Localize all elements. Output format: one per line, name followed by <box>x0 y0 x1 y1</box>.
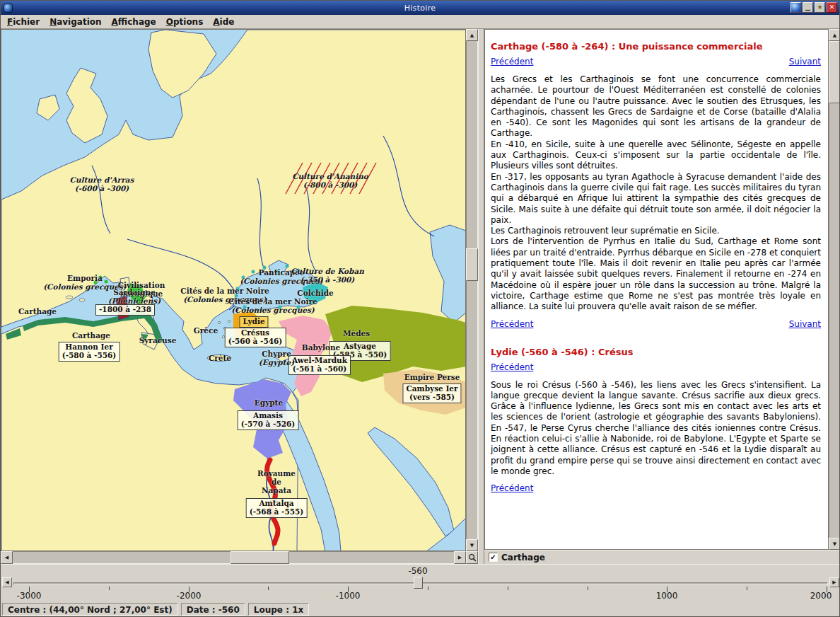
zoom-button[interactable] <box>466 551 478 564</box>
map-hscroll-thumb[interactable] <box>231 551 289 564</box>
arrow-down-icon: ▼ <box>833 541 836 547</box>
timeline-right-button[interactable]: ▶ <box>829 577 839 587</box>
star-icon: ★ <box>817 4 822 11</box>
timeline-tick-label: -1000 <box>336 591 361 601</box>
map-box-amasis: Amasis(-570 à -526) <box>238 410 299 430</box>
arrow-down-icon: ▼ <box>470 543 474 548</box>
map-label-culture-ananino: Culture d'Ananino(-800 à -300) <box>292 173 368 190</box>
map-vscroll-down-button[interactable]: ▼ <box>466 539 478 551</box>
layer-toggle-row: ✔ Carthage <box>484 550 840 564</box>
timeline-left-button[interactable]: ◀ <box>2 577 12 587</box>
map-label-medes: Mèdes <box>343 330 370 338</box>
statusbar: Centre : (44,00° Nord ; 27,00° Est) Date… <box>1 601 840 617</box>
window-title: Histoire <box>404 4 436 13</box>
map-label-babylone: Babylone <box>302 344 340 352</box>
carthage-checkbox[interactable]: ✔ <box>489 553 498 562</box>
check-icon: ✔ <box>490 553 496 561</box>
map-canvas[interactable]: Culture d'Arras(-600 à -300) Culture d'A… <box>1 29 466 551</box>
nav-row: Précédent <box>491 483 821 494</box>
map-label-empire-perse: Empire Perse <box>404 374 460 382</box>
prev-link[interactable]: Précédent <box>491 362 533 373</box>
timeline-current-date: -560 <box>408 566 427 576</box>
next-link[interactable]: Suivant <box>789 319 821 330</box>
menu-aide[interactable]: Aide <box>209 16 240 28</box>
timeline-minor-tick <box>428 587 428 590</box>
arrow-right-icon: ▶ <box>458 555 462 560</box>
map-box-cresus: Crésus(-560 à -546) <box>225 328 286 347</box>
timeline-tick-label: 2000 <box>810 591 832 601</box>
map-box-hannon: Hannon Ier(-580 à -556) <box>59 342 120 362</box>
app-window: { "window": { "title": "Histoire", "menu… <box>0 0 840 617</box>
map-hscroll-left-button[interactable]: ◀ <box>1 551 13 564</box>
article-paragraph: Les Grecs et les Carthaginois se font un… <box>491 74 821 139</box>
nav-row: Précédent Suivant <box>491 319 821 330</box>
article-paragraph: En -317, les opposants au tyran Agathocl… <box>491 172 821 226</box>
menu-navigation[interactable]: Navigation <box>45 16 107 28</box>
article-vscroll-up-button[interactable]: ▲ <box>829 29 840 41</box>
article-vscroll-track[interactable] <box>829 29 840 550</box>
close-icon: ✕ <box>829 4 835 11</box>
map-vscroll-up-button[interactable]: ▲ <box>466 29 478 41</box>
map-label-syracuse: Syracuse <box>139 337 177 345</box>
timeline-tick-label: -3000 <box>17 591 42 601</box>
arrow-up-icon: ▲ <box>470 33 474 38</box>
prev-link[interactable]: Précédent <box>491 483 533 494</box>
map-label-egypte: Egypte <box>255 399 283 408</box>
map-label-sardaigne: Sardaigne(Phéniciens) <box>108 289 161 306</box>
section-title-lydie: Lydie (-560 à -546) : Crésus <box>491 347 821 357</box>
article-paragraph: En -410, en Sicile, suite à une querelle… <box>491 139 821 172</box>
map-box-awel-marduk: Awel-Marduk(-561 à -560) <box>288 355 351 375</box>
titlebar[interactable]: Histoire ▁ ★ ✕ <box>1 1 839 15</box>
minimize-button[interactable]: ▁ <box>803 2 813 13</box>
map-box-cambyse: Cambyse Ier(vers -585) <box>402 384 461 403</box>
arrow-right-icon: ▶ <box>832 579 836 585</box>
timeline-minor-tick <box>268 587 269 590</box>
prev-link[interactable]: Précédent <box>491 57 533 67</box>
status-loupe: Loupe : 1x <box>248 603 309 616</box>
nav-row: Précédent <box>491 362 821 373</box>
map-label-culture-koban: Culture de Koban(-350 à -300) <box>291 267 364 284</box>
menubar: Fichier Navigation Affichage Options Aid… <box>1 15 839 29</box>
article-paragraph: Lors de l'intervention de Pyrrhus en Ita… <box>491 236 821 312</box>
pin-button[interactable] <box>791 2 801 13</box>
timeline-tick-label: 1000 <box>656 591 678 601</box>
article-panel: Carthage (-580 à -264) : Une puissance c… <box>484 29 829 550</box>
magnifier-icon <box>468 553 477 562</box>
article-paragraph: Les Carthaginois retrouvent leur supréma… <box>491 226 821 236</box>
panel-splitter[interactable] <box>478 29 484 564</box>
map-vscroll-track[interactable] <box>466 29 478 551</box>
timeline-minor-tick <box>747 587 747 590</box>
timeline-thumb[interactable] <box>414 577 423 589</box>
article-vscroll-down-button[interactable]: ▼ <box>829 538 840 550</box>
map-box-sardaigne-dates: -1800 à -238 <box>95 304 155 316</box>
timeline-minor-tick <box>109 587 110 590</box>
map-label-carthage: Carthage <box>72 332 110 340</box>
map-label-royaume-napata: RoyaumedeNapata <box>257 470 296 495</box>
map-label-carthage-ouest: Carthage <box>18 308 57 316</box>
section-title-carthage: Carthage (-580 à -264) : Une puissance c… <box>491 41 821 52</box>
status-center: Centre : (44,00° Nord ; 27,00° Est) <box>2 603 178 616</box>
menu-fichier[interactable]: Fichier <box>3 16 45 28</box>
status-date: Date : -560 <box>181 603 245 616</box>
maximize-button[interactable]: ★ <box>815 2 825 13</box>
next-link[interactable]: Suivant <box>789 57 821 67</box>
map-label-culture-arras: Culture d'Arras(-600 à -300) <box>70 176 134 193</box>
map-label-chypre: Chypre(Egypte) <box>259 350 294 367</box>
menu-options[interactable]: Options <box>162 16 209 28</box>
map-label-grece: Grèce <box>194 327 218 335</box>
nav-row: Précédent Suivant <box>491 57 821 67</box>
map-box-amtalqa: Amtalqa(-568 à -555) <box>246 498 308 518</box>
map-hscroll-right-button[interactable]: ▶ <box>454 551 466 564</box>
arrow-up-icon: ▲ <box>833 33 836 38</box>
timeline-minor-tick <box>508 587 508 590</box>
minimize-icon: ▁ <box>805 4 810 11</box>
timeline-minor-tick <box>588 587 588 590</box>
article-paragraph: Sous le roi Crésus (-560 à -546), les li… <box>491 380 821 478</box>
article-vscroll-thumb[interactable] <box>829 41 840 103</box>
menu-affichage[interactable]: Affichage <box>107 16 162 28</box>
app-icon <box>4 4 13 13</box>
map-label-colchide: Colchide <box>297 289 333 298</box>
close-button[interactable]: ✕ <box>827 2 837 13</box>
prev-link[interactable]: Précédent <box>491 319 533 330</box>
map-vscroll-thumb[interactable] <box>466 248 478 281</box>
